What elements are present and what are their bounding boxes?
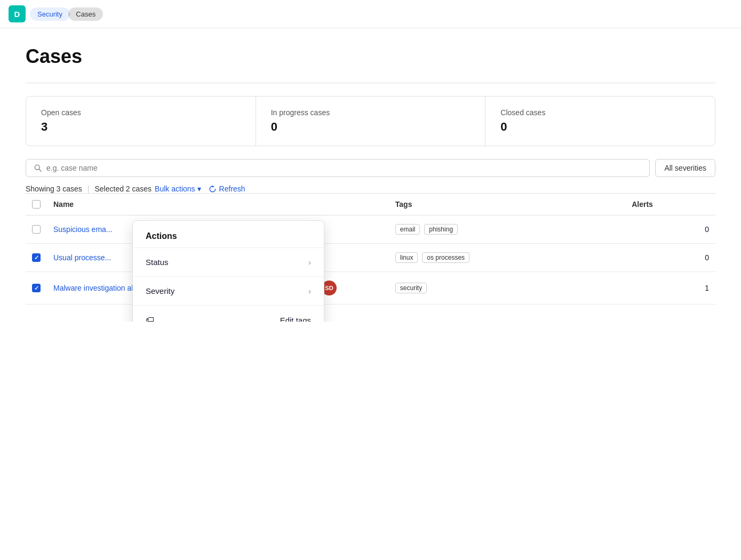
svg-point-0 [35, 165, 39, 170]
stat-closed-value: 0 [500, 120, 700, 134]
stats-row: Open cases 3 In progress cases 0 Closed … [26, 96, 715, 146]
row1-alerts-cell: 0 [625, 215, 715, 244]
row2-checkbox[interactable] [32, 253, 41, 262]
row3-tags-cell: security [389, 272, 625, 305]
col-tags: Tags [389, 194, 625, 215]
chevron-right-icon: › [308, 258, 311, 267]
tag-phishing: phishing [424, 224, 458, 235]
row2-check-cell [26, 244, 47, 272]
dropdown-item-status[interactable]: Status › [133, 250, 324, 274]
main-content: Cases Open cases 3 In progress cases 0 C… [0, 28, 741, 322]
tag-security: security [395, 283, 427, 293]
row2-alerts-cell: 0 [625, 244, 715, 272]
row1-assignee-cell [315, 215, 389, 244]
severity-filter-button[interactable]: All severities [655, 159, 715, 177]
breadcrumb: Security › Cases [30, 7, 103, 21]
stat-open-value: 3 [41, 120, 241, 134]
row2-tags-cell: linux os processes [389, 244, 625, 272]
toolbar-separator-1: | [87, 185, 90, 193]
stat-inprogress-value: 0 [271, 120, 471, 134]
table-row: Suspicious ema... email phishing 0 [26, 215, 715, 244]
select-all-checkbox[interactable] [32, 200, 41, 209]
breadcrumb-security[interactable]: Security [30, 7, 70, 21]
search-input[interactable] [46, 164, 642, 172]
chevron-right-icon: › [308, 287, 311, 295]
dropdown-divider-top [133, 247, 324, 248]
avatar: D [9, 5, 26, 22]
chevron-down-icon: ▾ [197, 185, 201, 193]
refresh-button[interactable]: Refresh [209, 185, 245, 193]
row1-check-cell [26, 215, 47, 244]
selected-label: Selected 2 cases [94, 185, 152, 193]
title-divider [26, 83, 715, 83]
cases-table-wrap: Name Tags Alerts Suspicious ema... [26, 193, 715, 305]
search-row: All severities [26, 159, 715, 177]
dropdown-divider-2 [133, 305, 324, 306]
col-assignee [315, 194, 389, 215]
tag-os-processes: os processes [422, 252, 469, 263]
cases-table: Name Tags Alerts Suspicious ema... [26, 194, 715, 305]
row3-checkbox[interactable] [32, 284, 41, 292]
stat-closed-label: Closed cases [500, 108, 700, 117]
row1-case-link[interactable]: Suspicious ema... [53, 225, 113, 234]
stat-inprogress-label: In progress cases [271, 108, 471, 117]
col-checkbox [26, 194, 47, 215]
breadcrumb-cases[interactable]: Cases [68, 7, 103, 21]
row1-tags-cell: email phishing [389, 215, 625, 244]
refresh-icon [209, 185, 217, 193]
row2-case-link[interactable]: Usual processe... [53, 253, 111, 262]
svg-line-1 [39, 169, 41, 171]
row3-alerts-cell: 1 [625, 272, 715, 305]
stat-open: Open cases 3 [26, 97, 256, 146]
col-name: Name [47, 194, 315, 215]
bulk-actions-dropdown: Actions Status › Severity › 🏷 Edit tags … [132, 220, 324, 322]
stat-inprogress: In progress cases 0 [256, 97, 486, 146]
tag-email: email [395, 224, 420, 235]
table-row: Usual processe... linux os processes 0 [26, 244, 715, 272]
showing-label: Showing 3 cases [26, 185, 82, 193]
row3-check-cell [26, 272, 47, 305]
toolbar-row: Showing 3 cases | Selected 2 cases Bulk … [26, 185, 715, 193]
col-alerts: Alerts [625, 194, 715, 215]
app-header: D Security › Cases [0, 0, 741, 28]
dropdown-item-edit-tags[interactable]: 🏷 Edit tags [133, 308, 324, 322]
table-row: Malware investigation alert SD security … [26, 272, 715, 305]
page-title: Cases [26, 45, 715, 68]
breadcrumb-separator: › [68, 9, 70, 19]
stat-closed: Closed cases 0 [485, 97, 715, 146]
search-icon [34, 164, 42, 172]
bulk-actions-button[interactable]: Bulk actions ▾ [155, 185, 201, 193]
dropdown-divider-1 [133, 276, 324, 277]
row3-assignee-cell: SD [315, 272, 389, 305]
row3-case-link[interactable]: Malware investigation alert [53, 284, 142, 292]
dropdown-item-severity[interactable]: Severity › [133, 279, 324, 303]
tag-linux: linux [395, 252, 418, 263]
row2-assignee-cell [315, 244, 389, 272]
search-input-wrap[interactable] [26, 159, 650, 177]
stat-open-label: Open cases [41, 108, 241, 117]
dropdown-title: Actions [133, 225, 324, 245]
tag-icon: 🏷 [146, 315, 154, 322]
row1-checkbox[interactable] [32, 225, 41, 234]
